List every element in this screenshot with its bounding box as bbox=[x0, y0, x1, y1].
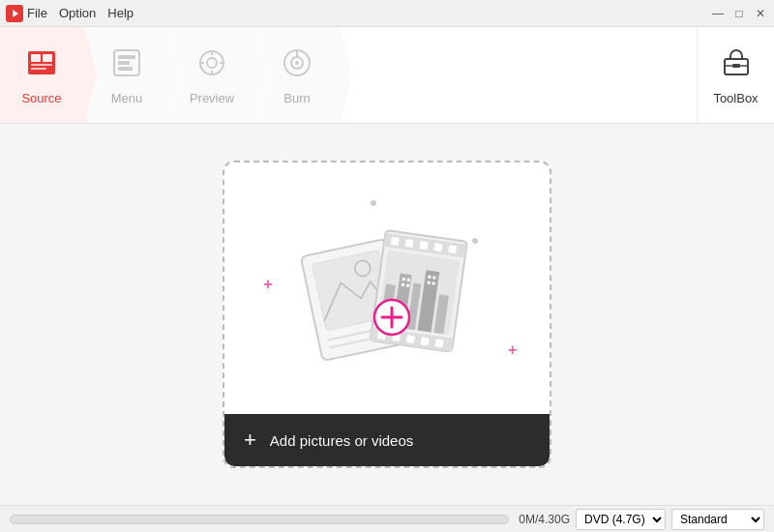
drop-zone-visual: + + bbox=[224, 163, 550, 414]
toolbox-label: ToolBox bbox=[713, 91, 758, 105]
main-content: + + bbox=[0, 124, 774, 505]
step-source-label: Source bbox=[21, 91, 61, 105]
step-menu-label: Menu bbox=[111, 91, 143, 105]
nav-steps: Source Menu bbox=[0, 27, 697, 123]
svg-point-12 bbox=[207, 58, 217, 68]
standard-select[interactable]: Standard High Quality Custom bbox=[671, 509, 764, 530]
deco-plus-topleft: + bbox=[263, 276, 272, 293]
add-plus-icon: + bbox=[244, 429, 256, 451]
svg-rect-34 bbox=[419, 241, 428, 250]
svg-rect-9 bbox=[118, 61, 130, 65]
step-burn-label: Burn bbox=[283, 91, 310, 105]
svg-rect-36 bbox=[448, 245, 457, 253]
svg-rect-50 bbox=[407, 279, 410, 281]
svg-rect-6 bbox=[31, 68, 46, 70]
svg-rect-41 bbox=[421, 337, 430, 345]
step-menu[interactable]: Menu bbox=[85, 27, 182, 123]
progress-bar bbox=[10, 515, 509, 524]
svg-rect-55 bbox=[427, 281, 430, 284]
svg-rect-4 bbox=[43, 54, 52, 62]
svg-rect-52 bbox=[406, 284, 409, 287]
svg-rect-53 bbox=[428, 276, 431, 279]
toolbar: Source Menu bbox=[0, 27, 774, 124]
svg-rect-33 bbox=[405, 239, 414, 248]
toolbox-icon bbox=[719, 45, 754, 87]
svg-rect-42 bbox=[435, 339, 444, 347]
storage-info: 0M/4.30G bbox=[519, 513, 570, 526]
svg-rect-8 bbox=[118, 55, 135, 59]
add-media-label: Add pictures or videos bbox=[270, 432, 413, 449]
option-menu[interactable]: Option bbox=[59, 6, 96, 20]
svg-rect-10 bbox=[118, 67, 133, 71]
help-menu[interactable]: Help bbox=[107, 6, 134, 20]
app-icon bbox=[6, 5, 23, 22]
title-bar-controls: — □ ✕ bbox=[710, 6, 768, 21]
svg-rect-35 bbox=[433, 243, 442, 251]
step-burn[interactable]: Burn bbox=[255, 27, 352, 123]
file-menu[interactable]: File bbox=[27, 6, 47, 20]
svg-rect-5 bbox=[31, 64, 52, 66]
step-preview[interactable]: Preview bbox=[170, 27, 267, 123]
minimize-button[interactable]: — bbox=[710, 6, 726, 21]
svg-rect-54 bbox=[432, 276, 435, 279]
toolbox-button[interactable]: ToolBox bbox=[697, 27, 774, 123]
title-bar: File Option Help — □ ✕ bbox=[0, 0, 774, 27]
maximize-button[interactable]: □ bbox=[731, 6, 747, 21]
svg-rect-56 bbox=[432, 281, 434, 284]
burn-icon bbox=[280, 45, 314, 87]
deco-plus-bottomright: + bbox=[508, 341, 517, 359]
svg-rect-22 bbox=[732, 64, 740, 68]
svg-rect-49 bbox=[402, 278, 405, 281]
drop-zone[interactable]: + + bbox=[223, 161, 551, 468]
menu-bar: File Option Help bbox=[27, 6, 134, 20]
preview-icon bbox=[194, 45, 229, 87]
svg-rect-40 bbox=[406, 335, 415, 343]
source-icon bbox=[24, 45, 59, 87]
svg-point-19 bbox=[295, 61, 299, 65]
status-bar: 0M/4.30G DVD (4.7G) BD (25G) BD (50G) St… bbox=[0, 505, 774, 532]
status-right: 0M/4.30G DVD (4.7G) BD (25G) BD (50G) St… bbox=[519, 509, 764, 530]
menu-icon bbox=[109, 45, 144, 87]
svg-rect-51 bbox=[402, 283, 404, 286]
svg-rect-3 bbox=[31, 54, 41, 62]
add-media-button[interactable]: + Add pictures or videos bbox=[224, 414, 550, 466]
illustration bbox=[290, 206, 484, 380]
step-source[interactable]: Source bbox=[0, 27, 97, 123]
step-preview-label: Preview bbox=[190, 91, 234, 105]
close-button[interactable]: ✕ bbox=[753, 6, 768, 21]
svg-rect-32 bbox=[391, 237, 400, 246]
disc-type-select[interactable]: DVD (4.7G) BD (25G) BD (50G) bbox=[576, 509, 666, 530]
